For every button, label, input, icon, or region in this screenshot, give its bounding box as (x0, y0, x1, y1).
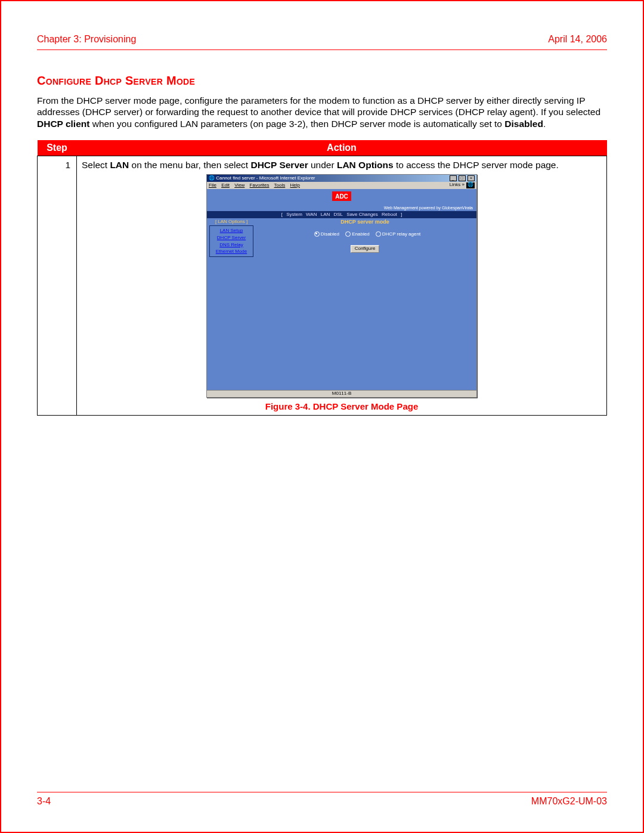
radio-disabled[interactable] (314, 231, 320, 237)
nav-dsl[interactable]: DSL (334, 212, 343, 217)
sidebar-item-lan-setup[interactable]: LAN Setup (212, 227, 251, 234)
steps-table: Step Action 1 Select LAN on the menu bar… (37, 140, 607, 415)
ie-menus: File Edit View Favorites Tools Help (209, 183, 304, 188)
intro-paragraph: From the DHCP server mode page, configur… (37, 95, 607, 129)
nav-save[interactable]: Save Changes (346, 212, 377, 217)
sidebar-item-dns-relay[interactable]: DNS Relay (212, 241, 251, 249)
para-text: From the DHCP server mode page, configur… (37, 95, 600, 117)
nav-bar: [ System WAN LAN DSL Save Changes Reboot… (207, 212, 476, 218)
header-rule (37, 49, 607, 50)
sidebar-box: LAN Setup DHCP Server DNS Relay Ethernet… (209, 225, 253, 256)
menu-file[interactable]: File (209, 182, 216, 188)
spacer (253, 253, 476, 390)
radio-disabled-label: Disabled (321, 231, 339, 236)
radio-row: Disabled Enabled DHCP relay agent (253, 231, 476, 237)
col-action: Action (77, 140, 607, 156)
ie-menubar: File Edit View Favorites Tools Help Link… (207, 182, 476, 189)
ie-titlebar: 🌐 Cannot find server - Microsoft Interne… (207, 175, 476, 182)
menu-favorites[interactable]: Favorites (250, 182, 270, 188)
main-row: [ LAN Options ] LAN Setup DHCP Server DN… (207, 218, 476, 390)
footer-row: 3-4 MM70xG2-UM-03 (37, 796, 607, 807)
action-text: under (308, 160, 337, 170)
para-text: . (543, 119, 546, 129)
ie-title: 🌐 Cannot find server - Microsoft Interne… (209, 176, 315, 181)
status-text: M0111-B (332, 391, 351, 396)
nav-system[interactable]: System (286, 212, 302, 217)
nav-lan[interactable]: LAN (321, 212, 330, 217)
nav-reboot[interactable]: Reboot (382, 212, 397, 217)
radio-enabled-label: Enabled (352, 231, 369, 236)
header-row: Chapter 3: Provisioning April 14, 2006 (37, 34, 607, 45)
para-bold-dhcp-client: DHCP client (37, 119, 89, 129)
menu-edit[interactable]: Edit (221, 182, 230, 188)
radio-enabled[interactable] (345, 231, 351, 237)
maximize-icon[interactable]: □ (459, 175, 466, 181)
sidebar-item-dhcp-server[interactable]: DHCP Server (212, 234, 251, 241)
footer-rule (37, 792, 607, 792)
logo-row: ADC (207, 189, 476, 207)
figure-wrap: 🌐 Cannot find server - Microsoft Interne… (82, 174, 602, 411)
doc-number: MM70xG2-UM-03 (531, 796, 607, 807)
page-content: Chapter 3: Provisioning April 14, 2006 C… (1, 1, 643, 416)
sidebar: [ LAN Options ] LAN Setup DHCP Server DN… (207, 218, 253, 390)
chapter-label: Chapter 3: Provisioning (37, 34, 136, 45)
radio-relay-label: DHCP relay agent (382, 231, 420, 236)
page-number: 3-4 (37, 796, 51, 807)
col-step: Step (38, 140, 77, 156)
action-text: to access the DHCP server mode page. (394, 160, 559, 170)
para-text: when you configured LAN parameters (on p… (89, 119, 504, 129)
main-panel: DHCP server mode Disabled Enabled DHCP r… (253, 218, 476, 390)
ie-title-text: Cannot find server - Microsoft Internet … (216, 175, 315, 181)
action-text: on the menu bar, then select (129, 160, 250, 170)
configure-button[interactable]: Configure (351, 245, 380, 253)
ie-body: ADC Web Management powered by GlobespanV… (207, 189, 476, 390)
table-row: 1 Select LAN on the menu bar, then selec… (38, 156, 607, 415)
go-button[interactable]: 🌐 (466, 182, 475, 188)
footer: 3-4 MM70xG2-UM-03 (37, 792, 607, 807)
section-title: Configure Dhcp Server Mode (37, 74, 607, 88)
panel-title: DHCP server mode (253, 219, 476, 225)
page-frame: Chapter 3: Provisioning April 14, 2006 C… (0, 0, 644, 833)
figure-caption: Figure 3-4. DHCP Server Mode Page (82, 401, 602, 411)
para-bold-disabled: Disabled (504, 119, 543, 129)
action-bold-dhcp-server: DHCP Server (250, 160, 308, 170)
links-label[interactable]: Links »🌐 (450, 182, 475, 188)
radio-relay[interactable] (376, 231, 381, 237)
step-number: 1 (38, 156, 77, 415)
window-buttons: _ □ × (449, 175, 475, 181)
status-bar: M0111-B (207, 390, 476, 397)
sidebar-item-ethernet-mode[interactable]: Ethernet Mode (212, 248, 251, 255)
action-bold-lan-options: LAN Options (337, 160, 394, 170)
table-header-row: Step Action (38, 140, 607, 156)
header-date: April 14, 2006 (548, 34, 607, 45)
powered-by: Web Management powered by GlobespanVirat… (207, 206, 476, 210)
sidebar-heading: [ LAN Options ] (209, 219, 253, 225)
step-action-cell: Select LAN on the menu bar, then select … (77, 156, 607, 415)
menu-help[interactable]: Help (290, 182, 300, 188)
adc-logo: ADC (332, 191, 351, 201)
links-text: Links » (450, 182, 465, 187)
ie-window: 🌐 Cannot find server - Microsoft Interne… (206, 174, 477, 397)
ie-icon: 🌐 (209, 175, 215, 181)
action-text: Select (82, 160, 110, 170)
nav-wan[interactable]: WAN (306, 212, 317, 217)
minimize-icon[interactable]: _ (450, 175, 457, 181)
close-icon[interactable]: × (467, 175, 475, 181)
action-bold-lan: LAN (110, 160, 129, 170)
menu-tools[interactable]: Tools (274, 182, 286, 188)
menu-view[interactable]: View (234, 182, 244, 188)
